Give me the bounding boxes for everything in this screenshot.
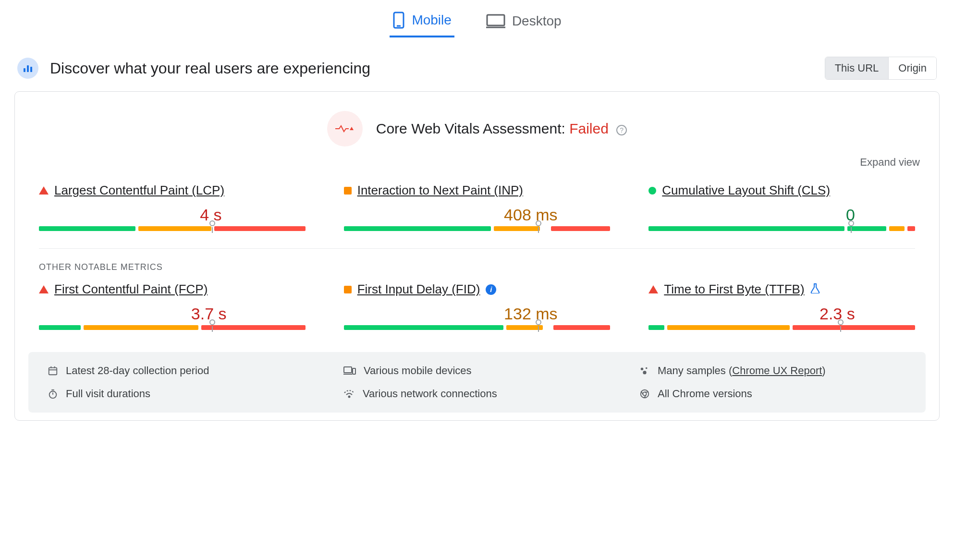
scope-toggle: This URL Origin [825,57,937,80]
svg-point-18 [49,391,57,399]
chrome-ux-report-link[interactable]: Chrome UX Report [732,365,822,377]
assessment-row: Core Web Vitals Assessment: Failed ? [22,111,932,146]
expand-view-link[interactable]: Expand view [22,146,932,183]
metric-fcp: First Contentful Paint (FCP) 3.7 s [39,282,306,330]
svg-rect-4 [24,68,25,72]
svg-rect-14 [353,368,355,374]
footer-devices: Various mobile devices [343,365,611,377]
footer-durations-text: Full visit durations [66,388,150,400]
footer-period: Latest 28-day collection period [48,365,315,377]
svg-point-15 [641,368,644,371]
metric-inp-value: 408 ms [363,206,630,224]
bar-marker [848,220,854,226]
stopwatch-icon [48,389,58,399]
insights-icon [17,58,38,79]
divider [39,248,915,249]
bar-marker [536,319,541,325]
square-orange-icon [344,187,352,195]
assessment-text: Core Web Vitals Assessment: Failed ? [376,121,627,137]
metric-fid-name[interactable]: First Input Delay (FID) [357,282,480,297]
svg-rect-6 [30,67,32,72]
metric-cls-bar [648,226,915,231]
footer-samples: Many samples (Chrome UX Report) [639,365,906,377]
chrome-icon [639,389,650,399]
metric-inp-name[interactable]: Interaction to Next Paint (INP) [357,183,523,198]
tab-mobile-label: Mobile [412,12,451,28]
scatter-icon [639,365,650,376]
footer-devices-text: Various mobile devices [364,365,472,377]
footer-network: Various network connections [343,388,611,400]
footer-network-text: Various network connections [363,388,497,400]
svg-point-16 [646,367,648,369]
metric-fcp-value: 3.7 s [53,304,320,323]
bar-marker [209,319,215,325]
platform-tabs: Mobile Desktop [14,5,940,37]
metric-lcp-bar [39,226,306,231]
flask-icon[interactable] [810,283,820,296]
square-orange-icon [344,286,352,293]
metric-lcp-value: 4 s [49,206,315,224]
desktop-icon [486,14,505,28]
metric-fid-bar [344,325,611,330]
metric-cls: Cumulative Layout Shift (CLS) 0 [648,183,915,231]
devices-icon [343,365,356,376]
metric-inp: Interaction to Next Paint (INP) 408 ms [344,183,611,231]
svg-rect-8 [49,368,57,375]
bar-marker [838,319,844,325]
svg-point-21 [349,396,350,398]
footer-period-text: Latest 28-day collection period [66,365,209,377]
metric-ttfb-value: 2.3 s [663,304,930,323]
circle-green-icon [648,187,656,195]
svg-rect-2 [487,15,504,25]
section-header: Discover what your real users are experi… [14,57,940,80]
vitals-panel: Core Web Vitals Assessment: Failed ? Exp… [14,91,940,421]
metric-inp-bar [344,226,611,231]
tab-desktop-label: Desktop [512,13,562,29]
wifi-icon [343,389,355,399]
svg-point-17 [643,371,646,374]
other-metrics-label: OTHER NOTABLE METRICS [22,262,932,282]
info-icon[interactable]: i [486,284,496,295]
metric-fid-value: 132 ms [363,304,630,323]
assessment-status: Failed [569,121,609,136]
core-metrics-grid: Largest Contentful Paint (LCP) 4 s Inter… [22,183,932,231]
bar-marker [209,220,215,226]
assessment-label: Core Web Vitals Assessment: [376,121,565,136]
metric-fcp-name[interactable]: First Contentful Paint (FCP) [54,282,208,297]
other-metrics-grid: First Contentful Paint (FCP) 3.7 s First… [22,282,932,330]
scope-this-url[interactable]: This URL [825,57,889,79]
triangle-red-icon [39,285,49,293]
metric-lcp: Largest Contentful Paint (LCP) 4 s [39,183,306,231]
triangle-red-icon [39,186,49,195]
data-source-footer: Latest 28-day collection period Various … [28,352,926,413]
metric-ttfb-bar [648,325,915,330]
footer-chrome-text: All Chrome versions [658,388,752,400]
metric-lcp-name[interactable]: Largest Contentful Paint (LCP) [54,183,224,198]
footer-durations: Full visit durations [48,388,315,400]
metric-cls-value: 0 [652,206,919,224]
help-icon[interactable]: ? [616,125,627,135]
tab-mobile[interactable]: Mobile [390,5,454,37]
svg-rect-5 [27,65,29,72]
metric-ttfb: Time to First Byte (TTFB) 2.3 s [648,282,915,330]
assessment-status-icon [327,111,363,146]
svg-rect-12 [344,367,352,373]
tab-desktop[interactable]: Desktop [483,5,564,37]
section-title: Discover what your real users are experi… [50,60,370,77]
scope-origin[interactable]: Origin [888,57,936,79]
triangle-red-icon [648,285,658,293]
svg-marker-7 [350,127,354,130]
footer-samples-suffix: ) [822,365,825,377]
footer-chrome: All Chrome versions [639,388,906,400]
metric-fid: First Input Delay (FID) i 132 ms [344,282,611,330]
calendar-icon [48,365,58,376]
footer-samples-prefix: Many samples ( [658,365,732,377]
metric-ttfb-name[interactable]: Time to First Byte (TTFB) [664,282,804,297]
bar-marker [536,220,541,226]
metric-fcp-bar [39,325,306,330]
metric-cls-name[interactable]: Cumulative Layout Shift (CLS) [662,183,830,198]
mobile-icon [392,12,405,29]
